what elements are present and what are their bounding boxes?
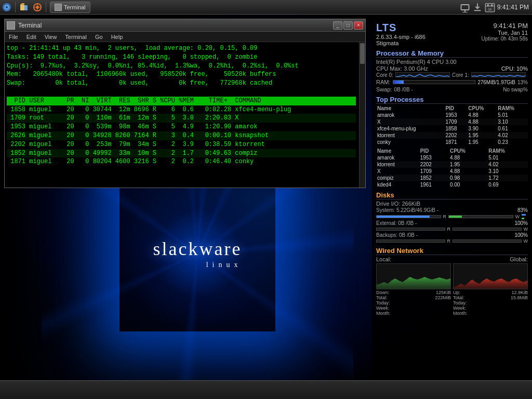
table-row: kded419610.000.69 <box>376 181 528 188</box>
sysmon-swap-row: Swap: 0B /0B - No swap% <box>376 86 528 92</box>
menu-help[interactable]: Help <box>107 34 127 40</box>
terminal-body[interactable]: top - 21:41:41 up 43 min, 2 users, load … <box>5 42 365 188</box>
sysmon-datetime: 9:41:41 PM Tue, Jan 11 Uptime: 0h 43m 58… <box>482 22 528 46</box>
sysmon-backups-disk-bar: R W <box>376 238 528 244</box>
sysmon-core1-label: Core 1: <box>452 72 469 78</box>
sysmon-panel: LTS 2.6.33.4-smp - i686 Stigmata 9:41:41… <box>372 19 532 380</box>
scrollbar-thumb[interactable] <box>360 43 365 64</box>
net-down-stats: Down: 125KiB <box>376 290 451 295</box>
sysmon-external-disk-row: External: 0B /0B - 100% <box>376 220 528 226</box>
tray-calendar-icon[interactable]: 11 <box>485 2 495 12</box>
sysmon-system-disk-row: System: 5.22GiB/46.9GiB - 83% <box>376 207 528 213</box>
sysmon-network-title: Wired Network <box>376 247 528 255</box>
svg-marker-18 <box>454 278 527 289</box>
terminal-scrollbar[interactable] <box>359 42 365 188</box>
sysmon-system-disk-pct: 83% <box>517 207 528 213</box>
menu-edit[interactable]: Edit <box>22 34 41 40</box>
tray-network-icon[interactable] <box>460 2 470 12</box>
sysmon-net-down-graph: Down: 125KiB Total: 222MiB Today: Week: … <box>376 263 451 316</box>
proc-col-cpu-1: CPU% <box>467 105 497 112</box>
sysmon-cores-row: Core 0: Core 1: <box>376 72 528 78</box>
sysmon-system-disk-bar: R W <box>376 214 528 220</box>
sysmon-bak-r-bar <box>376 240 445 243</box>
table-row: amarok19534.885.01 <box>376 112 528 118</box>
sysmon-header: LTS 2.6.33.4-smp - i686 Stigmata 9:41:41… <box>376 22 528 46</box>
sysmon-core0-label: Core 0: <box>376 72 393 78</box>
taskbar-sep-2 <box>46 2 46 12</box>
proc-col-name-1: Name <box>376 105 444 112</box>
taskbar-sep-1 <box>15 2 16 12</box>
menu-file[interactable]: File <box>5 34 22 40</box>
sysmon-external-disk-label: External: 0B /0B - <box>376 220 417 226</box>
proc-col-pid-2: PID <box>419 148 449 154</box>
terminal-titlebar[interactable]: Terminal _ □ × <box>5 19 365 32</box>
sysmon-cpu-info-row: Intel(R) Pentium(R) 4 CPU 3.00 <box>376 59 528 65</box>
svg-rect-14 <box>487 4 489 6</box>
taskbar-right: 11 9:41:41 PM <box>460 2 532 12</box>
disk-activity-icon <box>522 214 528 220</box>
sysmon-global-label: Global: <box>510 256 528 262</box>
sysmon-swap-text: No swap% <box>503 87 528 92</box>
net-up-stats: Up: 12.9KiB <box>453 290 528 295</box>
menu-view[interactable]: View <box>41 34 61 40</box>
taskbar-window-label: Terminal <box>64 4 86 10</box>
tray-download-icon[interactable] <box>472 2 483 12</box>
proc-table-header-1: Name PID CPU% RAM% <box>376 105 528 112</box>
terminal-line-2: Tasks: 149 total, 3 running, 146 sleepin… <box>7 53 356 62</box>
terminal-minimize-button[interactable]: _ <box>333 21 342 30</box>
sysmon-cpu-max-row: CPU Max: 3.00 GHz CPU: 10% <box>376 65 528 72</box>
sysmon-ram-percent: 13% <box>517 79 528 85</box>
svg-rect-4 <box>21 3 24 5</box>
terminal-proc-5: 2202 miguel 20 0 253m 79m 34m S 2 3.9 0:… <box>7 140 356 149</box>
table-row: conky18711.950.23 <box>376 139 528 145</box>
menu-terminal[interactable]: Terminal <box>61 34 91 40</box>
terminal-proc-3: 1953 miguel 20 0 539m 98m 46m S 5 4.9 1:… <box>7 123 356 131</box>
sysmon-swap-value: 0B /0B - <box>394 87 413 92</box>
menu-go[interactable]: Go <box>91 34 107 40</box>
terminal-maximize-button[interactable]: □ <box>343 21 353 30</box>
terminal-line-5: Swap: 0k total, 0k used, 0k free, 772968… <box>7 79 356 88</box>
sysmon-proc-mem-title: Processor & Memory <box>376 49 528 58</box>
terminal-window: Terminal _ □ × File Edit View Terminal G… <box>4 19 366 188</box>
taskbar-files-icon[interactable] <box>18 2 30 13</box>
terminal-title-text: Terminal <box>18 22 332 29</box>
sysmon-cpu-max: CPU Max: 3.00 GHz <box>376 65 428 72</box>
table-row: ktorrent22021.954.02 <box>376 132 528 139</box>
taskbar-browser-icon[interactable] <box>32 2 43 13</box>
sysmon-cpu-info: Intel(R) Pentium(R) 4 CPU 3.00 <box>376 59 457 65</box>
sysmon-drive-io-label: Drive I/O: 266KiB <box>376 201 420 207</box>
sysmon-backups-disk-row: Backups: 0B /0B - 100% <box>376 232 528 238</box>
taskbar-app-menu-icon[interactable] <box>1 2 12 13</box>
table-row: amarok19534.885.01 <box>376 154 528 161</box>
sysmon-backups-disk-label: Backups: 0B /0B - <box>376 232 418 238</box>
table-row: ktorrent22021.954.02 <box>376 161 528 168</box>
svg-rect-8 <box>461 5 469 10</box>
proc-col-ram-1: RAM% <box>497 105 528 112</box>
sysmon-title: LTS 2.6.33.4-smp - i686 Stigmata <box>376 22 425 46</box>
taskbar-time: 9:41:41 PM <box>497 4 529 11</box>
terminal-close-button[interactable]: × <box>354 21 363 30</box>
terminal-proc-7: 1871 miguel 20 0 80204 4600 3216 S 2 0.2… <box>7 157 356 166</box>
table-row: xfce4-menu-plug18583.900.61 <box>376 125 528 132</box>
terminal-content: top - 21:41:41 up 43 min, 2 users, load … <box>7 44 356 166</box>
sysmon-disks-title: Disks <box>376 191 528 200</box>
proc-col-name-2: Name <box>376 148 419 154</box>
sysmon-ext-w-bar <box>453 228 522 231</box>
svg-text:11: 11 <box>488 7 491 11</box>
sysmon-swap-label: Swap: <box>376 86 392 92</box>
proc-col-ram-2: RAM% <box>487 148 528 154</box>
terminal-menubar: File Edit View Terminal Go Help <box>5 32 365 42</box>
svg-marker-17 <box>377 277 450 289</box>
sysmon-system-disk-label: System: 5.22GiB/46.9GiB - <box>376 207 438 213</box>
sysmon-proc-table-2: Name PID CPU% RAM% amarok19534.885.01 kt… <box>376 148 528 188</box>
sysmon-ext-r-bar <box>376 228 445 231</box>
taskbar-terminal-button[interactable]: Terminal <box>50 2 90 13</box>
sysmon-disk-w-bar <box>448 215 513 218</box>
sysmon-local-row: Local: Global: <box>376 256 528 262</box>
sysmon-external-disk-pct: 100% <box>514 220 528 226</box>
terminal-proc-1: 1858 miguel 20 0 30744 12m 8696 R 6 0.6 … <box>7 105 356 114</box>
terminal-line-6 <box>7 88 356 97</box>
sysmon-ram-value: 276MiB/1.97GiB <box>477 79 515 85</box>
svg-rect-5 <box>24 5 28 10</box>
table-row: X17094.883.10 <box>376 168 528 175</box>
